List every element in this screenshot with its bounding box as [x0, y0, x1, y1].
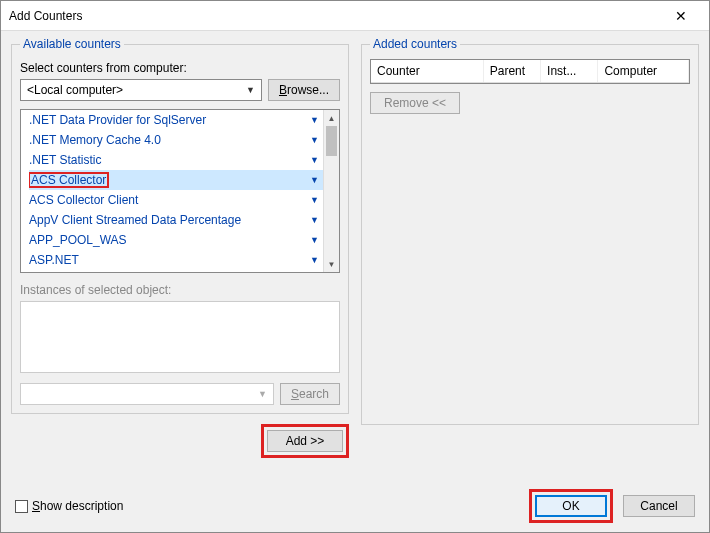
- col-computer[interactable]: Computer: [598, 60, 689, 82]
- counter-item-label: APP_POOL_WAS: [29, 233, 127, 247]
- added-header: Counter Parent Inst... Computer: [371, 60, 689, 83]
- col-counter[interactable]: Counter: [371, 60, 484, 82]
- chevron-down-icon[interactable]: ▼: [310, 235, 319, 245]
- ok-highlight: OK: [529, 489, 613, 523]
- chevron-down-icon[interactable]: ▼: [310, 115, 319, 125]
- scroll-down-icon[interactable]: ▼: [324, 256, 339, 272]
- add-button[interactable]: Add >>: [267, 430, 343, 452]
- add-highlight: Add >>: [261, 424, 349, 458]
- dialog-content: Available counters Select counters from …: [1, 31, 709, 480]
- added-fieldset: Added counters Counter Parent Inst... Co…: [361, 37, 699, 425]
- added-panel: Added counters Counter Parent Inst... Co…: [361, 37, 699, 478]
- available-fieldset: Available counters Select counters from …: [11, 37, 349, 414]
- search-combo[interactable]: ▼: [20, 383, 274, 405]
- counter-item[interactable]: .NET Data Provider for SqlServer▼: [29, 110, 323, 130]
- counter-item-label: .NET Memory Cache 4.0: [29, 133, 161, 147]
- counter-item[interactable]: AppV Client Streamed Data Percentage▼: [29, 210, 323, 230]
- chevron-down-icon[interactable]: ▼: [310, 175, 319, 185]
- computer-combo[interactable]: <Local computer> ▼: [20, 79, 262, 101]
- chevron-down-icon: ▼: [258, 389, 267, 399]
- ok-button[interactable]: OK: [535, 495, 607, 517]
- window-title: Add Counters: [9, 9, 661, 23]
- show-description-label: Show description: [32, 499, 123, 513]
- chevron-down-icon[interactable]: ▼: [310, 155, 319, 165]
- instances-label: Instances of selected object:: [20, 283, 340, 297]
- dialog-footer: Show description OK Cancel: [1, 480, 709, 532]
- checkbox-icon: [15, 500, 28, 513]
- titlebar: Add Counters ✕: [1, 1, 709, 31]
- counter-item-label: .NET Statistic: [29, 153, 101, 167]
- chevron-down-icon[interactable]: ▼: [310, 135, 319, 145]
- added-legend: Added counters: [370, 37, 460, 51]
- scrollbar[interactable]: ▲ ▼: [323, 110, 339, 272]
- available-legend: Available counters: [20, 37, 124, 51]
- counter-item[interactable]: ASP.NET▼: [29, 250, 323, 270]
- counter-item-label: AppV Client Streamed Data Percentage: [29, 213, 241, 227]
- counter-item[interactable]: .NET Statistic▼: [29, 150, 323, 170]
- chevron-down-icon[interactable]: ▼: [310, 195, 319, 205]
- instances-list[interactable]: [20, 301, 340, 373]
- close-icon[interactable]: ✕: [661, 8, 701, 24]
- show-description-checkbox[interactable]: Show description: [15, 499, 123, 513]
- counter-item-label: .NET Data Provider for SqlServer: [29, 113, 206, 127]
- col-parent[interactable]: Parent: [484, 60, 541, 82]
- counter-item[interactable]: .NET Memory Cache 4.0▼: [29, 130, 323, 150]
- scroll-up-icon[interactable]: ▲: [324, 110, 339, 126]
- add-counters-dialog: Add Counters ✕ Available counters Select…: [0, 0, 710, 533]
- chevron-down-icon: ▼: [246, 85, 255, 95]
- chevron-down-icon[interactable]: ▼: [310, 215, 319, 225]
- available-panel: Available counters Select counters from …: [11, 37, 349, 478]
- search-button: Search: [280, 383, 340, 405]
- counter-item[interactable]: APP_POOL_WAS▼: [29, 230, 323, 250]
- counter-list[interactable]: .NET Data Provider for SqlServer▼.NET Me…: [20, 109, 340, 273]
- computer-combo-value: <Local computer>: [27, 83, 123, 97]
- counter-item[interactable]: ACS Collector Client▼: [29, 190, 323, 210]
- remove-button: Remove <<: [370, 92, 460, 114]
- select-computer-label: Select counters from computer:: [20, 61, 340, 75]
- browse-button[interactable]: Browse...: [268, 79, 340, 101]
- cancel-button[interactable]: Cancel: [623, 495, 695, 517]
- counter-item-label: ASP.NET: [29, 253, 79, 267]
- added-list[interactable]: Counter Parent Inst... Computer: [370, 59, 690, 84]
- counter-item-label: ACS Collector: [29, 172, 108, 188]
- chevron-down-icon[interactable]: ▼: [310, 255, 319, 265]
- scroll-thumb[interactable]: [326, 126, 337, 156]
- col-inst[interactable]: Inst...: [541, 60, 598, 82]
- counter-item[interactable]: ACS Collector▼: [29, 170, 323, 190]
- counter-item-label: ACS Collector Client: [29, 193, 138, 207]
